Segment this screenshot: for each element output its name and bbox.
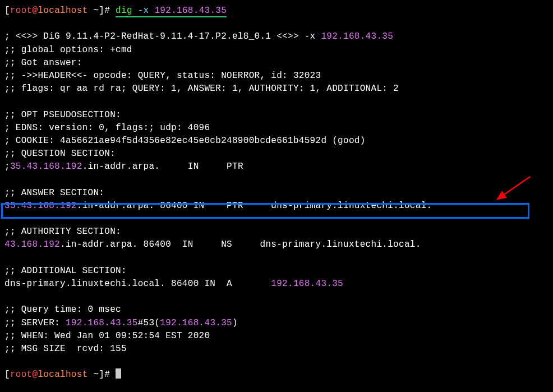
server-ip2: 192.168.43.35 xyxy=(160,318,232,328)
command-dig: dig xyxy=(116,6,132,16)
question-rest: .in-addr.arpa. IN PTR xyxy=(82,162,243,172)
server-ip1: 192.168.43.35 xyxy=(66,318,138,328)
host: localhost xyxy=(38,6,87,16)
semi: ; xyxy=(4,162,10,172)
blank-line xyxy=(4,173,549,186)
auth-rest: .in-addr.arpa. 86400 IN NS xyxy=(60,239,260,250)
when-line: ;; WHEN: Wed Jan 01 09:52:54 EST 2020 xyxy=(4,330,549,343)
question-ip-rev: 35.43.168.192 xyxy=(10,162,82,172)
blank-line xyxy=(4,290,549,303)
answer-ip-rev: 35.43.168.192 xyxy=(4,201,77,211)
server-line: ;; SERVER: 192.168.43.35#53(192.168.43.3… xyxy=(4,317,549,330)
blank-line xyxy=(4,95,549,108)
host: localhost xyxy=(38,370,87,380)
cookie-line: ; COOKIE: 4a56621ae94f5d4356e82ec45e0cb2… xyxy=(4,135,549,147)
blank-line xyxy=(4,213,549,225)
add-name: dns-primary.linuxtechi.local. xyxy=(4,279,165,289)
answer-target: dns-primary.linuxtechi.local. xyxy=(271,201,432,211)
ip-arg: 192.168.43.35 xyxy=(154,6,227,16)
query-time-line: ;; Query time: 0 msec xyxy=(4,303,549,316)
at: @ xyxy=(33,370,38,380)
header-line: ;; ->>HEADER<<- opcode: QUERY, status: N… xyxy=(4,70,549,82)
dig-version-line: ; <<>> DiG 9.11.4-P2-RedHat-9.11.4-17.P2… xyxy=(4,30,549,43)
user: root xyxy=(10,6,33,16)
question-line: ;35.43.168.192.in-addr.arpa. IN PTR xyxy=(4,160,549,173)
dig-version-text: ; <<>> DiG 9.11.4-P2-RedHat-9.11.4-17.P2… xyxy=(4,31,321,41)
cursor-icon xyxy=(116,368,121,379)
flags-line: ;; flags: qr aa rd ra; QUERY: 1, ANSWER:… xyxy=(4,82,549,95)
bracket-open: [ xyxy=(4,370,10,380)
tilde: ~ xyxy=(88,370,99,380)
add-rest: 86400 IN A xyxy=(165,279,271,289)
bracket-close: ]# xyxy=(99,6,116,16)
answer-section-header: ;; ANSWER SECTION: xyxy=(4,187,549,200)
prompt-line-1[interactable]: [root@localhost ~]# dig -x 192.168.43.35 xyxy=(4,4,549,17)
auth-target: dns-primary.linuxtechi.local. xyxy=(260,239,421,250)
tilde: ~ xyxy=(88,6,99,16)
sp xyxy=(132,6,138,16)
additional-section-header: ;; ADDITIONAL SECTION: xyxy=(4,265,549,278)
blank-line xyxy=(4,17,549,30)
server-pre: ;; SERVER: xyxy=(4,318,66,328)
blank-line xyxy=(4,356,549,368)
at: @ xyxy=(33,6,38,16)
prompt-line-2[interactable]: [root@localhost ~]# xyxy=(4,368,549,381)
opt-pseudosection-header: ;; OPT PSEUDOSECTION: xyxy=(4,109,549,122)
authority-line: 43.168.192.in-addr.arpa. 86400 IN NS dns… xyxy=(4,238,549,251)
user: root xyxy=(10,370,33,380)
msg-size-line: ;; MSG SIZE rcvd: 155 xyxy=(4,343,549,356)
flag-x: -x xyxy=(138,6,149,16)
sp2 xyxy=(149,6,155,16)
add-ip: 192.168.43.35 xyxy=(271,279,343,289)
question-section-header: ;; QUESTION SECTION: xyxy=(4,147,549,160)
terminal-output: [root@localhost ~]# dig -x 192.168.43.35… xyxy=(4,4,549,381)
got-answer-line: ;; Got answer: xyxy=(4,57,549,70)
dig-version-ip: 192.168.43.35 xyxy=(321,31,393,41)
bracket-open: [ xyxy=(4,6,10,16)
bracket-close: ]# xyxy=(99,370,116,380)
server-mid: #53( xyxy=(138,318,160,328)
edns-line: ; EDNS: version: 0, flags:; udp: 4096 xyxy=(4,122,549,135)
global-options-line: ;; global options: +cmd xyxy=(4,44,549,57)
auth-ip-rev: 43.168.192 xyxy=(4,239,60,250)
answer-line: 35.43.168.192.in-addr.arpa. 86400 IN PTR… xyxy=(4,200,549,213)
additional-line: dns-primary.linuxtechi.local. 86400 IN A… xyxy=(4,278,549,290)
blank-line xyxy=(4,252,549,265)
authority-section-header: ;; AUTHORITY SECTION: xyxy=(4,225,549,238)
answer-rest: .in-addr.arpa. 86400 IN PTR xyxy=(77,201,271,211)
server-post: ) xyxy=(232,318,238,328)
